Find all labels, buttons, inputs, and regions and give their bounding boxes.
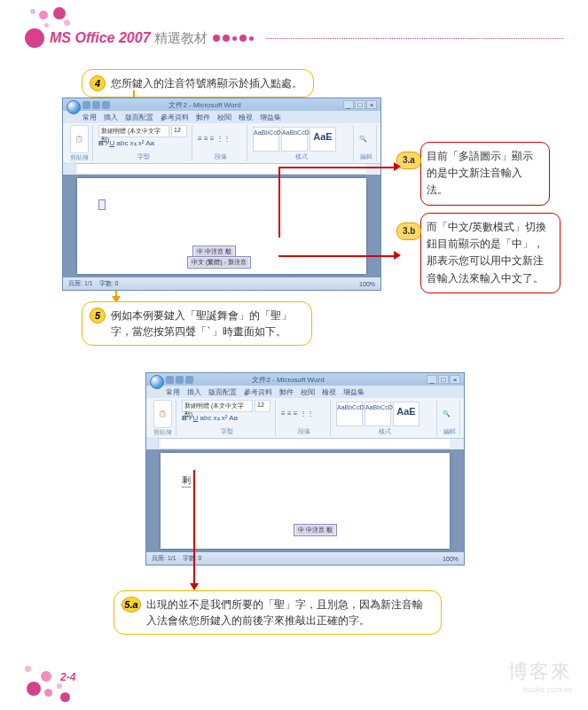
callout-3a-text: 目前「多語圖示」顯示的是中文新注音輸入法。 xyxy=(427,150,533,196)
tab-home[interactable]: 常用 xyxy=(82,113,97,122)
callout-3a: 3.a 目前「多語圖示」顯示的是中文新注音輸入法。 xyxy=(420,142,550,206)
word-statusbar: 頁面: 1/1 字數: 0 100% xyxy=(63,277,380,290)
step-5-number: 5 xyxy=(90,308,106,324)
style-chip-3[interactable]: AaE xyxy=(310,127,336,152)
close-icon: × xyxy=(450,375,460,384)
ribbon: 📋 剪貼簿 新細明體 (本文中文字型)12 B I U abc x₂ x² Aa… xyxy=(146,398,464,439)
step-4-text: 您所鍵入的注音符號將顯示於插入點處。 xyxy=(111,75,302,91)
minimize-icon: _ xyxy=(427,375,437,384)
header-title-zh: 精選教材 xyxy=(154,30,208,47)
tab-review[interactable]: 校閱 xyxy=(217,113,231,122)
step-5a-box: 5.a 出現的並不是我們所要的「聖」字，且別急，因為新注音輸入法會依您所鍵入的前… xyxy=(114,590,442,635)
header-title-en: MS Office 2007 xyxy=(50,30,151,46)
group-edit-label: 編輯 xyxy=(359,152,372,161)
word-document[interactable]: 中 中注音 般 中文 (繁體) - 新注音 xyxy=(77,178,366,274)
minimize-icon: _ xyxy=(343,100,354,109)
style-chip-3[interactable]: AaE xyxy=(393,402,419,426)
arrow-3a-line xyxy=(278,167,396,168)
step-5a-number: 5.a xyxy=(122,597,141,612)
tab-review[interactable]: 校閱 xyxy=(301,387,315,397)
font-selector[interactable]: 新細明體 (本文中文字型) xyxy=(182,400,253,412)
decorative-dots-bottom xyxy=(18,666,89,701)
status-left: 頁面: 1/1 字數: 0 xyxy=(68,279,118,288)
font-size-selector[interactable]: 12 xyxy=(171,125,187,137)
word-titlebar: 文件2 - Microsoft Word _□× xyxy=(63,98,380,111)
word-page-area: 中 中注音 般 中文 (繁體) - 新注音 xyxy=(63,175,380,277)
callout-3b-text: 而「中文/英數模式」切換鈕目前顯示的是「中」，那表示您可以用中文新注音輸入法來輸… xyxy=(427,221,546,285)
tab-view[interactable]: 檢視 xyxy=(239,113,253,122)
ribbon-tabs[interactable]: 常用 插入 版面配置 參考資料 郵件 校閱 檢視 增益集 xyxy=(63,111,380,123)
tab-insert[interactable]: 插入 xyxy=(104,113,118,122)
tab-addins[interactable]: 增益集 xyxy=(343,387,365,397)
word-titlebar: 文件2 - Microsoft Word _□× xyxy=(146,373,464,386)
step-5-box: 5 例如本例要鍵入「聖誕舞會」的「聖」字，當您按第四聲「ˋ」時畫面如下。 xyxy=(82,301,312,346)
group-edit-label: 編輯 xyxy=(443,427,456,436)
office-button-icon[interactable] xyxy=(150,375,164,389)
style-chip-2[interactable]: AaBbCcD xyxy=(365,402,391,426)
arrow-5a-line xyxy=(193,470,195,585)
font-size-selector[interactable]: 12 xyxy=(255,400,270,412)
page-header: MS Office 2007 精選教材 xyxy=(25,28,563,48)
group-font-label: 字型 xyxy=(182,427,271,436)
style-chip-2[interactable]: AaBbCcD xyxy=(281,127,308,152)
ime-text: 中 中注音 般 xyxy=(296,526,334,534)
office-button-icon[interactable] xyxy=(67,100,81,114)
tab-mailings[interactable]: 郵件 xyxy=(196,113,210,122)
tab-home[interactable]: 常用 xyxy=(166,387,180,397)
tab-view[interactable]: 檢視 xyxy=(322,387,336,397)
style-chip-1[interactable]: AaBbCcD xyxy=(253,127,279,152)
paste-button[interactable]: 📋 xyxy=(153,400,172,428)
step-5a-text: 出現的並不是我們所要的「聖」字，且別急，因為新注音輸入法會依您所鍵入的前後字來推… xyxy=(146,597,430,628)
word-document[interactable]: 剩 中 中注音 般 xyxy=(161,453,450,549)
step-5-text: 例如本例要鍵入「聖誕舞會」的「聖」字，當您按第四聲「ˋ」時畫面如下。 xyxy=(111,308,301,339)
group-font-label: 字型 xyxy=(98,152,188,161)
word-window-1: 文件2 - Microsoft Word _□× 常用 插入 版面配置 參考資料… xyxy=(62,98,381,291)
ime-language-bar[interactable]: 中 中注音 般 xyxy=(294,524,337,536)
composition-char: 剩 xyxy=(182,474,191,488)
group-para-label: 段落 xyxy=(198,152,243,161)
tab-addins[interactable]: 增益集 xyxy=(260,113,281,122)
close-icon: × xyxy=(366,100,377,109)
arrow-3a-head xyxy=(394,162,401,171)
arrow-3a-vline xyxy=(278,167,280,238)
tab-mailings[interactable]: 郵件 xyxy=(279,387,294,397)
ribbon-tabs[interactable]: 常用 插入 版面配置 參考資料 郵件 校閱 檢視 增益集 xyxy=(146,386,464,398)
font-selector[interactable]: 新細明體 (本文中文字型) xyxy=(98,125,169,137)
ime-text-1: 中 中注音 般 xyxy=(195,247,233,256)
tab-references[interactable]: 參考資料 xyxy=(244,387,272,397)
arrow-3b-line xyxy=(278,255,396,257)
ribbon: 📋 剪貼簿 新細明體 (本文中文字型)12 B I U abc x₂ x² Aa… xyxy=(63,123,380,164)
tab-layout[interactable]: 版面配置 xyxy=(125,113,153,122)
maximize-icon: □ xyxy=(355,100,365,109)
word-ruler xyxy=(161,439,450,449)
tab-insert[interactable]: 插入 xyxy=(187,387,201,397)
header-dots-icon xyxy=(213,35,254,42)
callout-3b-tag: 3.b xyxy=(396,222,421,240)
watermark-zh: 博客來 xyxy=(508,659,572,685)
arrow-3b-head xyxy=(394,251,401,260)
group-clipboard-label: 剪貼簿 xyxy=(153,428,172,437)
step-4-box: 4 您所鍵入的注音符號將顯示於插入點處。 xyxy=(82,69,314,98)
group-styles-label: 樣式 xyxy=(253,152,349,161)
quick-access-toolbar[interactable] xyxy=(166,374,193,386)
maximize-icon: □ xyxy=(438,375,449,384)
watermark-en: books.com.tw xyxy=(508,685,572,694)
tab-layout[interactable]: 版面配置 xyxy=(208,387,237,397)
paste-button[interactable]: 📋 xyxy=(70,125,89,153)
ime-text-2: 中文 (繁體) - 新注音 xyxy=(190,258,248,267)
group-clipboard-label: 剪貼簿 xyxy=(70,153,89,162)
arrow-5a-head xyxy=(190,583,199,590)
quick-access-toolbar[interactable] xyxy=(82,99,110,111)
step-4-number: 4 xyxy=(90,75,106,91)
tab-references[interactable]: 參考資料 xyxy=(161,113,189,122)
style-chip-1[interactable]: AaBbCcD xyxy=(336,402,363,426)
status-right: 100% xyxy=(359,281,375,287)
ime-language-bar-2[interactable]: 中文 (繁體) - 新注音 xyxy=(187,256,251,269)
header-divider xyxy=(266,38,563,39)
insertion-point xyxy=(98,199,106,210)
word-ruler xyxy=(77,164,366,175)
callout-3b: 3.b 而「中文/英數模式」切換鈕目前顯示的是「中」，那表示您可以用中文新注音輸… xyxy=(420,213,561,293)
window-controls[interactable]: _□× xyxy=(427,375,460,384)
window-controls[interactable]: _□× xyxy=(343,100,377,109)
status-right: 100% xyxy=(443,556,459,562)
